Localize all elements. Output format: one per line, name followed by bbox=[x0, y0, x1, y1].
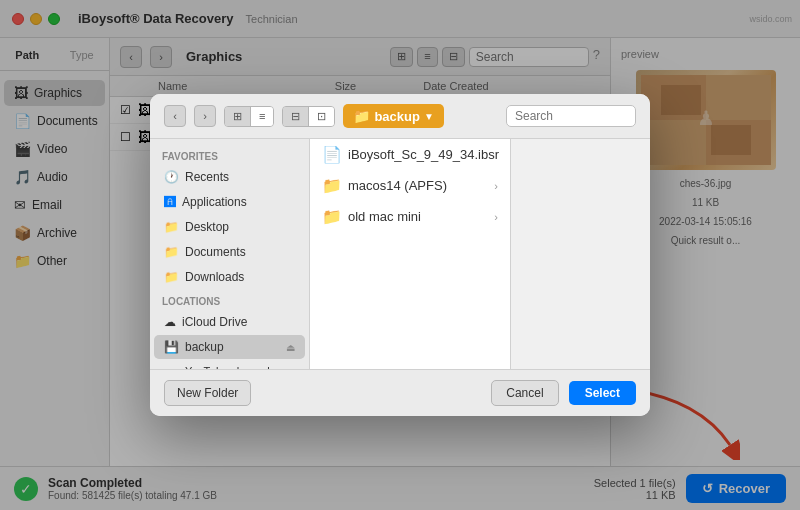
locations-section-label: Locations bbox=[150, 290, 309, 309]
chevron-right-icon: › bbox=[494, 211, 498, 223]
chevron-right-icon: › bbox=[494, 180, 498, 192]
documents-folder-icon: 📁 bbox=[164, 245, 179, 259]
picker-toolbar: ‹ › ⊞ ≡ ⊟ ⊡ 📁 backup ▼ bbox=[150, 94, 650, 139]
modal-overlay: ‹ › ⊞ ≡ ⊟ ⊡ 📁 backup ▼ bbox=[0, 0, 800, 510]
file-icon: 📄 bbox=[322, 145, 342, 164]
picker-footer: New Folder Cancel Select bbox=[150, 369, 650, 416]
view-toggle: ⊞ ≡ bbox=[224, 106, 274, 127]
new-folder-button[interactable]: New Folder bbox=[164, 380, 251, 406]
file-picker: ‹ › ⊞ ≡ ⊟ ⊡ 📁 backup ▼ bbox=[150, 94, 650, 416]
list-item[interactable]: 📁 old mac mini › bbox=[310, 201, 510, 232]
favorites-section-label: Favorites bbox=[150, 145, 309, 164]
picker-sidebar-item-icloud[interactable]: ☁ iCloud Drive bbox=[154, 310, 305, 334]
picker-preview bbox=[510, 139, 650, 369]
picker-sidebar-item-youtube[interactable]: 💾 YouTube channel ba... ⏏ bbox=[154, 360, 305, 369]
picker-path[interactable]: 📁 backup ▼ bbox=[343, 104, 443, 128]
picker-path-label: backup bbox=[374, 109, 420, 124]
picker-forward-button[interactable]: › bbox=[194, 105, 216, 127]
eject-icon[interactable]: ⏏ bbox=[286, 342, 295, 353]
folder-icon: 📁 bbox=[322, 176, 342, 195]
select-button[interactable]: Select bbox=[569, 381, 636, 405]
picker-search-input[interactable] bbox=[506, 105, 636, 127]
picker-body: Favorites 🕐 Recents 🅰 Applications 📁 Des… bbox=[150, 139, 650, 369]
applications-icon: 🅰 bbox=[164, 195, 176, 209]
picker-sidebar-item-backup[interactable]: 💾 backup ⏏ bbox=[154, 335, 305, 359]
picker-sidebar: Favorites 🕐 Recents 🅰 Applications 📁 Des… bbox=[150, 139, 310, 369]
folder-icon: 📁 bbox=[353, 108, 370, 124]
picker-sidebar-item-desktop[interactable]: 📁 Desktop bbox=[154, 215, 305, 239]
picker-path-arrow-icon: ▼ bbox=[424, 111, 434, 122]
desktop-icon: 📁 bbox=[164, 220, 179, 234]
picker-sidebar-item-applications[interactable]: 🅰 Applications bbox=[154, 190, 305, 214]
recents-icon: 🕐 bbox=[164, 170, 179, 184]
cancel-button[interactable]: Cancel bbox=[491, 380, 558, 406]
picker-sidebar-item-recents[interactable]: 🕐 Recents bbox=[154, 165, 305, 189]
app-window: iBoysoft® Data Recovery Technician Path … bbox=[0, 0, 800, 510]
backup-drive-icon: 💾 bbox=[164, 340, 179, 354]
column-view-btn[interactable]: ⊟ bbox=[283, 107, 309, 126]
list-item[interactable]: 📄 iBoysoft_Sc_9_49_34.ibsr bbox=[310, 139, 510, 170]
icon-view-button[interactable]: ⊞ bbox=[225, 107, 251, 126]
icloud-icon: ☁ bbox=[164, 315, 176, 329]
picker-sidebar-item-documents[interactable]: 📁 Documents bbox=[154, 240, 305, 264]
flow-view-btn[interactable]: ⊡ bbox=[309, 107, 334, 126]
picker-file-area: 📄 iBoysoft_Sc_9_49_34.ibsr 📁 macos14 (AP… bbox=[310, 139, 510, 369]
picker-back-button[interactable]: ‹ bbox=[164, 105, 186, 127]
downloads-icon: 📁 bbox=[164, 270, 179, 284]
folder-icon: 📁 bbox=[322, 207, 342, 226]
list-item[interactable]: 📁 macos14 (APFS) › bbox=[310, 170, 510, 201]
list-view-button[interactable]: ≡ bbox=[251, 107, 273, 126]
picker-sidebar-item-downloads[interactable]: 📁 Downloads bbox=[154, 265, 305, 289]
